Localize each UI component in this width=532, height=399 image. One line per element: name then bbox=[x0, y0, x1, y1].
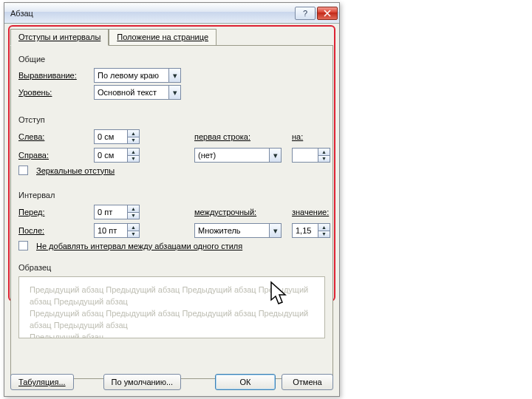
label-indent-right: Справа: bbox=[18, 151, 89, 160]
spacing-at-spinner[interactable]: 1,15 ▲▼ bbox=[292, 223, 330, 238]
ok-button[interactable]: ОК bbox=[215, 374, 276, 390]
chevron-down-icon[interactable]: ▾ bbox=[269, 224, 281, 237]
spin-down-icon[interactable]: ▼ bbox=[318, 231, 330, 238]
label-indent-by: на: bbox=[292, 132, 303, 141]
spin-up-icon[interactable]: ▲ bbox=[128, 149, 139, 155]
close-icon bbox=[324, 10, 331, 17]
label-first-line: первая строка: bbox=[194, 132, 250, 141]
spin-up-icon[interactable]: ▲ bbox=[128, 130, 139, 137]
line-spacing-combo[interactable]: Множитель ▾ bbox=[194, 223, 282, 238]
chevron-down-icon[interactable]: ▾ bbox=[168, 86, 180, 99]
window-controls: ? bbox=[295, 7, 338, 20]
tab-page-breaks[interactable]: Положение на странице bbox=[109, 29, 216, 46]
label-alignment: Выравнивание: bbox=[18, 71, 89, 80]
mirror-indents-checkbox[interactable] bbox=[18, 166, 28, 175]
outline-level-combo[interactable]: Основной текст ▾ bbox=[94, 85, 181, 100]
space-before-spinner[interactable]: 0 пт ▲▼ bbox=[94, 205, 140, 219]
tab-strip: Отступы и интервалы Положение на страниц… bbox=[10, 28, 333, 45]
label-line-spacing: междустрочный: bbox=[194, 208, 256, 216]
close-button[interactable] bbox=[317, 7, 338, 20]
indent-right-spinner[interactable]: 0 см ▲▼ bbox=[94, 148, 140, 163]
section-indent: Отступ bbox=[18, 115, 325, 124]
label-spacing-at: значение: bbox=[292, 208, 329, 216]
spin-down-icon[interactable]: ▼ bbox=[318, 155, 330, 163]
first-line-combo[interactable]: (нет) ▾ bbox=[194, 148, 282, 163]
label-space-after: После: bbox=[18, 226, 89, 235]
dialog-buttons: Табуляция... По умолчанию... ОК Отмена bbox=[10, 374, 333, 390]
window-title: Абзац bbox=[10, 9, 33, 18]
label-mirror-indents: Зеркальные отступы bbox=[36, 166, 115, 175]
client-area: Отступы и интервалы Положение на страниц… bbox=[4, 24, 339, 396]
paragraph-dialog: Абзац ? Отступы и интервалы Положение на… bbox=[4, 2, 340, 397]
indent-by-spinner[interactable]: ▲▼ bbox=[292, 148, 330, 163]
spin-down-icon[interactable]: ▼ bbox=[128, 137, 139, 144]
preview-box: Предыдущий абзац Предыдущий абзац Предыд… bbox=[18, 276, 325, 338]
section-preview: Образец bbox=[18, 263, 325, 272]
tab-panel: Общие Выравнивание: По левому краю ▾ Уро… bbox=[10, 45, 333, 379]
chevron-down-icon[interactable]: ▾ bbox=[269, 149, 281, 162]
label-outline-level: Уровень: bbox=[18, 88, 89, 97]
chevron-down-icon[interactable]: ▾ bbox=[168, 69, 180, 82]
alignment-combo[interactable]: По левому краю ▾ bbox=[94, 68, 181, 83]
label-indent-left: Слева: bbox=[18, 132, 89, 141]
space-after-spinner[interactable]: 10 пт ▲▼ bbox=[94, 223, 140, 238]
titlebar: Абзац ? bbox=[4, 3, 339, 24]
spin-up-icon[interactable]: ▲ bbox=[128, 224, 139, 231]
spin-up-icon[interactable]: ▲ bbox=[318, 149, 330, 155]
section-spacing: Интервал bbox=[18, 191, 325, 200]
no-space-same-style-checkbox[interactable] bbox=[18, 241, 28, 250]
spin-up-icon[interactable]: ▲ bbox=[128, 205, 139, 212]
tabs-button[interactable]: Табуляция... bbox=[10, 374, 74, 390]
section-general: Общие bbox=[18, 55, 325, 64]
spin-up-icon[interactable]: ▲ bbox=[318, 224, 330, 231]
label-no-space-same-style: Не добавлять интервал между абзацами одн… bbox=[36, 242, 242, 250]
spin-down-icon[interactable]: ▼ bbox=[128, 155, 139, 163]
tab-indents-spacing[interactable]: Отступы и интервалы bbox=[10, 29, 109, 46]
cancel-button[interactable]: Отмена bbox=[282, 374, 333, 390]
spin-down-icon[interactable]: ▼ bbox=[128, 231, 139, 238]
label-space-before: Перед: bbox=[18, 208, 89, 216]
indent-left-spinner[interactable]: 0 см ▲▼ bbox=[94, 129, 140, 144]
set-default-button[interactable]: По умолчанию... bbox=[103, 374, 182, 390]
help-button[interactable]: ? bbox=[295, 7, 316, 20]
spin-down-icon[interactable]: ▼ bbox=[128, 212, 139, 219]
